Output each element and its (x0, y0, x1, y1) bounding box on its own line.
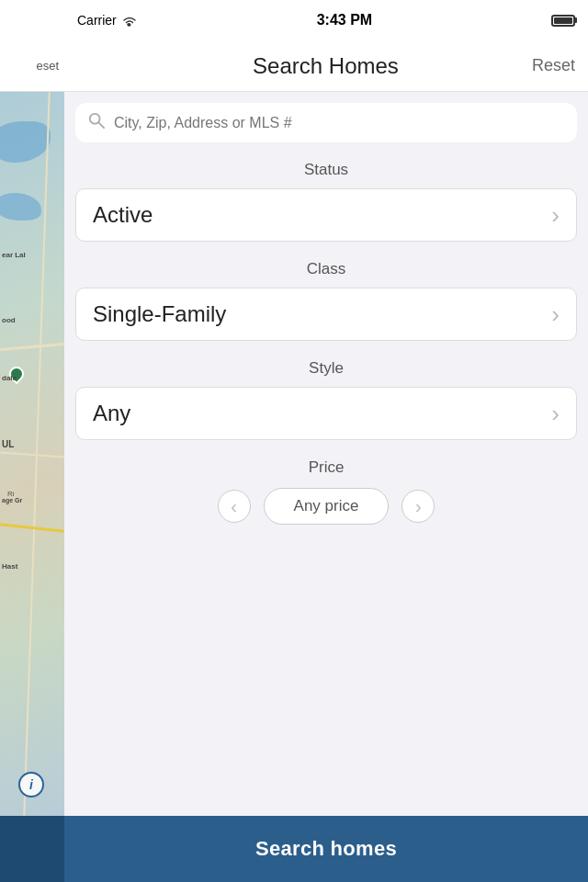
reset-button[interactable]: Reset (532, 56, 588, 75)
style-selector[interactable]: Any › (75, 387, 577, 440)
price-section: Price ‹ Any price › (64, 458, 588, 543)
class-value: Single-Family (93, 301, 226, 327)
map-label-ri: Ri (7, 490, 15, 498)
left-nav-reset-label: eset (0, 40, 64, 92)
search-input[interactable] (114, 115, 564, 131)
status-label: Status (64, 161, 588, 179)
class-chevron-icon: › (551, 302, 560, 326)
svg-line-2 (99, 123, 104, 128)
style-label: Style (64, 359, 588, 378)
nav-title: Search Homes (253, 53, 399, 79)
price-pill: Any price (264, 488, 390, 525)
map-label-6: Hast (2, 562, 17, 571)
search-homes-label: Search homes (255, 837, 397, 861)
main-content: Status Active › Class Single-Family › St… (64, 92, 588, 816)
status-bar: Carrier 3:43 PM (64, 0, 588, 40)
map-label-2: ood (2, 316, 16, 324)
search-bar-icon (88, 112, 105, 133)
price-next-button[interactable]: › (401, 490, 435, 523)
battery-area (551, 15, 575, 27)
price-label: Price (64, 458, 588, 477)
status-selector[interactable]: Active › (75, 188, 577, 242)
map-label-4: UL (2, 439, 14, 449)
status-section: Status Active › (64, 161, 588, 242)
class-section: Class Single-Family › (64, 260, 588, 341)
left-reset-text: eset (36, 59, 59, 73)
search-homes-button[interactable]: Search homes (64, 816, 588, 882)
class-selector[interactable]: Single-Family › (75, 288, 577, 341)
style-value: Any (93, 401, 130, 426)
price-prev-button[interactable]: ‹ (218, 490, 251, 523)
price-controls: ‹ Any price › (64, 488, 588, 525)
class-label: Class (64, 260, 588, 278)
status-time: 3:43 PM (317, 12, 372, 28)
wifi-icon (121, 14, 138, 27)
map-label-3: dale (2, 374, 17, 382)
style-chevron-icon: › (551, 401, 560, 425)
status-value: Active (93, 202, 153, 228)
style-section: Style Any › (64, 359, 588, 440)
left-panel: ⚲ ear Lal ood dale UL age Gr Hast Ri i (0, 0, 64, 882)
svg-point-1 (90, 114, 100, 124)
left-panel-map: ear Lal ood dale UL age Gr Hast Ri i (0, 92, 64, 816)
left-panel-bottom (0, 816, 64, 882)
nav-bar: Search Homes Reset (64, 40, 588, 92)
status-chevron-icon: › (551, 203, 560, 227)
info-icon[interactable]: i (18, 772, 44, 797)
svg-point-0 (128, 24, 130, 27)
map-label-1: ear Lal (2, 251, 26, 259)
left-panel-status-area (0, 0, 64, 40)
status-carrier: Carrier (77, 13, 138, 28)
search-bar (75, 103, 577, 142)
battery-icon (551, 15, 575, 27)
